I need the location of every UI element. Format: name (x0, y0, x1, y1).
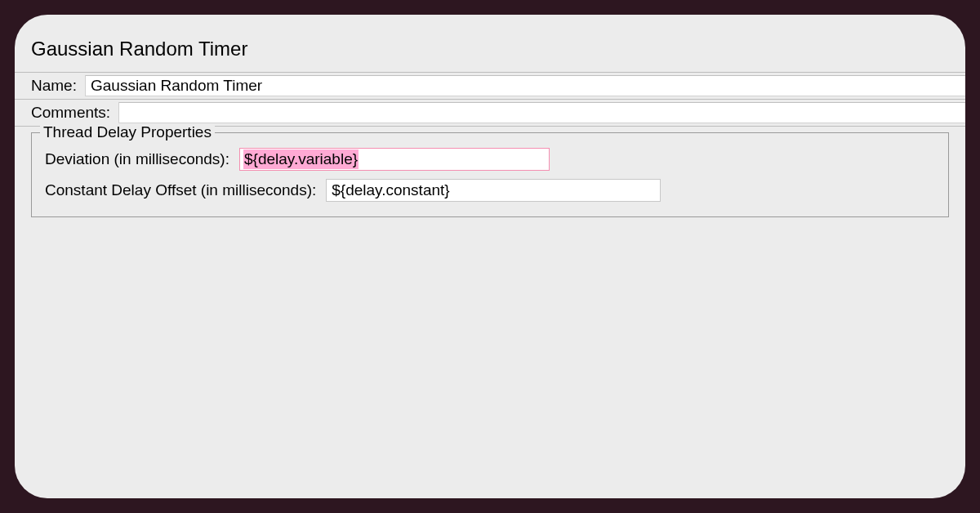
comments-input[interactable] (118, 102, 965, 123)
comments-row: Comments: (15, 99, 965, 127)
constant-offset-row: Constant Delay Offset (in milliseconds):… (45, 179, 935, 202)
constant-offset-label: Constant Delay Offset (in milliseconds): (45, 181, 316, 199)
page-title: Gaussian Random Timer (15, 38, 965, 72)
deviation-row: Deviation (in milliseconds): ${delay.var… (45, 148, 935, 171)
comments-label: Comments: (31, 104, 110, 122)
thread-delay-fieldset: Thread Delay Properties Deviation (in mi… (31, 132, 949, 217)
deviation-value-text: ${delay.variable} (243, 149, 359, 169)
deviation-input[interactable]: ${delay.variable} (239, 148, 550, 171)
constant-offset-input[interactable]: ${delay.constant} (326, 179, 661, 202)
thread-delay-fieldset-wrap: Thread Delay Properties Deviation (in mi… (31, 132, 949, 217)
name-row: Name: (15, 72, 965, 100)
constant-offset-value-text: ${delay.constant} (332, 181, 449, 199)
timer-config-panel: Gaussian Random Timer Name: Comments: Th… (15, 15, 965, 498)
thread-delay-legend: Thread Delay Properties (40, 123, 215, 141)
name-input[interactable] (85, 75, 965, 96)
deviation-label: Deviation (in milliseconds): (45, 150, 229, 168)
name-label: Name: (31, 77, 77, 95)
